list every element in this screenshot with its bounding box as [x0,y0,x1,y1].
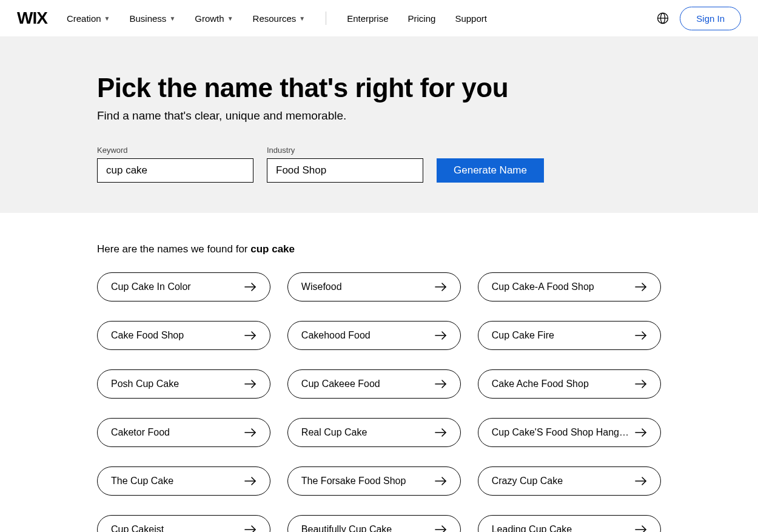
nav-business-label: Business [130,13,167,24]
name-result-pill[interactable]: The Forsake Food Shop [287,466,461,496]
name-result-pill[interactable]: Posh Cup Cake [97,369,270,399]
arrow-right-icon [435,477,447,485]
name-result-pill[interactable]: Caketor Food [97,418,270,447]
chevron-down-icon: ▼ [299,15,305,22]
results-section: Here are the names we found for cup cake… [0,213,758,532]
name-result-text: Caketor Food [111,427,176,438]
name-result-text: Cup Cake'S Food Shop Hang… [492,427,635,438]
name-result-pill[interactable]: Cup Cakeist [97,515,270,532]
nav-resources-label: Resources [253,13,297,24]
industry-label: Industry [267,146,423,155]
name-result-text: Cup Cake-A Food Shop [492,281,600,292]
industry-field-wrapper: Industry [267,146,423,183]
nav-business[interactable]: Business ▼ [130,13,176,24]
results-grid: Cup Cake In ColorWisefoodCup Cake-A Food… [97,272,661,532]
arrow-right-icon [244,380,257,388]
name-result-text: The Cup Cake [111,476,179,487]
arrow-right-icon [435,331,447,340]
name-result-text: Beautifully Cup Cake [301,524,398,532]
name-result-text: Cup Cake In Color [111,281,197,292]
generate-button[interactable]: Generate Name [437,158,544,183]
name-result-pill[interactable]: Beautifully Cup Cake [287,515,461,532]
name-result-pill[interactable]: Cup Cakeee Food [287,369,461,399]
page-subtitle: Find a name that's clear, unique and mem… [97,109,661,123]
name-result-text: Cakehood Food [301,330,377,341]
language-globe-icon[interactable] [657,12,669,24]
name-result-pill[interactable]: Wisefood [287,272,461,301]
arrow-right-icon [635,477,647,485]
nav-resources[interactable]: Resources ▼ [253,13,306,24]
arrow-right-icon [635,428,647,437]
name-result-pill[interactable]: Cup Cake-A Food Shop [478,272,661,301]
keyword-field-wrapper: Keyword [97,146,253,183]
name-result-pill[interactable]: Cup Cake In Color [97,272,270,301]
signin-button[interactable]: Sign In [680,7,741,30]
keyword-label: Keyword [97,146,253,155]
arrow-right-icon [244,525,257,532]
arrow-right-icon [244,477,257,485]
nav-enterprise[interactable]: Enterprise [347,13,388,24]
name-result-text: Crazy Cup Cake [492,476,569,487]
nav-growth[interactable]: Growth ▼ [195,13,233,24]
name-result-pill[interactable]: Leading Cup Cake [478,515,661,532]
wix-logo[interactable]: WIX [17,8,47,28]
page-title: Pick the name that's right for you [97,73,661,103]
nav-support-label: Support [455,13,487,24]
name-result-pill[interactable]: Cakehood Food [287,321,461,350]
name-result-text: Cup Cake Fire [492,330,560,341]
name-result-text: Cup Cakeist [111,524,170,532]
name-result-pill[interactable]: The Cup Cake [97,466,270,496]
name-result-text: Leading Cup Cake [492,524,579,532]
results-intro: Here are the names we found for cup cake [97,243,661,255]
arrow-right-icon [635,380,647,388]
chevron-down-icon: ▼ [104,15,110,22]
nav-pricing[interactable]: Pricing [408,13,436,24]
name-result-text: Wisefood [301,281,348,292]
arrow-right-icon [635,331,647,340]
generator-form: Keyword Industry Generate Name [97,146,661,183]
name-result-text: Cup Cakeee Food [301,379,386,389]
nav-creation-label: Creation [67,13,101,24]
nav-divider [326,12,326,25]
name-result-text: The Forsake Food Shop [301,476,412,487]
hero-section: Pick the name that's right for you Find … [0,36,758,213]
results-intro-prefix: Here are the names we found for [97,243,250,255]
name-result-text: Posh Cup Cake [111,379,185,389]
arrow-right-icon [244,331,257,340]
chevron-down-icon: ▼ [169,15,175,22]
industry-input[interactable] [267,158,423,183]
name-result-pill[interactable]: Crazy Cup Cake [478,466,661,496]
nav-support[interactable]: Support [455,13,487,24]
nav-creation[interactable]: Creation ▼ [67,13,110,24]
arrow-right-icon [435,283,447,291]
name-result-text: Cake Ache Food Shop [492,379,595,389]
nav-pricing-label: Pricing [408,13,436,24]
arrow-right-icon [635,283,647,291]
name-result-text: Real Cup Cake [301,427,374,438]
arrow-right-icon [435,428,447,437]
arrow-right-icon [244,428,257,437]
arrow-right-icon [435,380,447,388]
name-result-pill[interactable]: Real Cup Cake [287,418,461,447]
chevron-down-icon: ▼ [227,15,233,22]
name-result-text: Cake Food Shop [111,330,190,341]
nav-enterprise-label: Enterprise [347,13,388,24]
results-intro-keyword: cup cake [250,243,295,255]
name-result-pill[interactable]: Cake Ache Food Shop [478,369,661,399]
arrow-right-icon [244,283,257,291]
arrow-right-icon [635,525,647,532]
arrow-right-icon [435,525,447,532]
site-header: WIX Creation ▼ Business ▼ Growth ▼ Resou… [0,0,758,36]
nav-growth-label: Growth [195,13,224,24]
name-result-pill[interactable]: Cake Food Shop [97,321,270,350]
name-result-pill[interactable]: Cup Cake'S Food Shop Hang… [478,418,661,447]
name-result-pill[interactable]: Cup Cake Fire [478,321,661,350]
keyword-input[interactable] [97,158,253,183]
main-nav: Creation ▼ Business ▼ Growth ▼ Resources… [67,12,487,25]
